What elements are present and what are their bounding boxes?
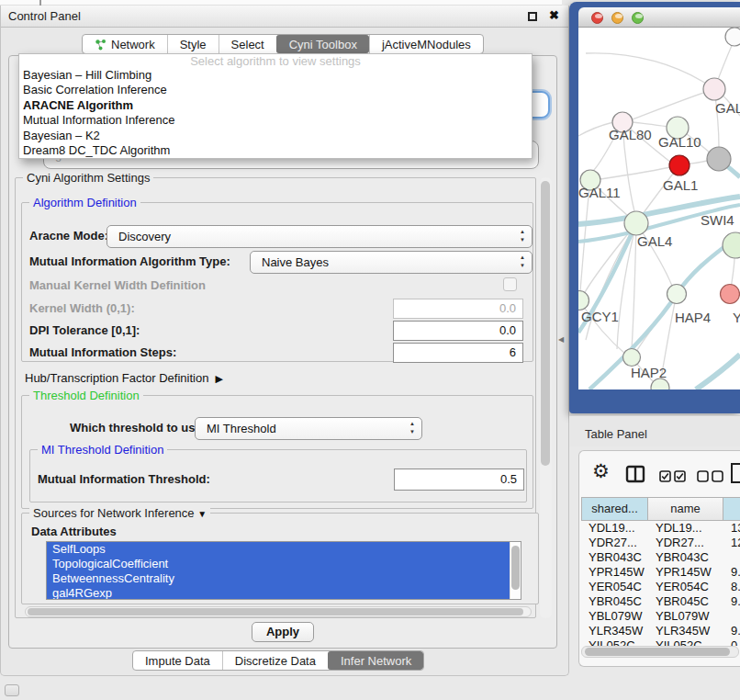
- which-threshold-combobox[interactable]: MI Threshold ▲▼: [195, 417, 422, 440]
- table-cell: 0.: [723, 638, 740, 646]
- tab-style[interactable]: Style: [167, 35, 219, 53]
- table-row[interactable]: YPR145WYPR145W9.: [581, 565, 740, 580]
- tab-jactivemnodules[interactable]: jActiveMNodules: [369, 35, 483, 53]
- table-cell: YLR345W: [581, 624, 648, 638]
- kernel-width-field[interactable]: 0.0: [393, 299, 523, 319]
- cyni-algorithm-settings-title: Cyni Algorithm Settings: [23, 171, 153, 185]
- algorithm-option[interactable]: Bayesian – K2: [19, 129, 532, 143]
- document-icon[interactable]: [730, 462, 740, 484]
- apply-button[interactable]: Apply: [252, 622, 314, 642]
- table-row[interactable]: YLR345WYLR345W9.: [581, 624, 740, 638]
- network-node-gal4[interactable]: [624, 211, 648, 235]
- network-node-hap2[interactable]: [623, 349, 641, 367]
- algorithm-option[interactable]: ARACNE Algorithm: [19, 98, 532, 113]
- table-row[interactable]: YBR045CYBR045C9.: [581, 594, 740, 609]
- algorithm-option[interactable]: Basic Correlation Inference: [19, 83, 532, 97]
- scrollbar-thumb[interactable]: [511, 546, 520, 590]
- collapsed-arrow-icon[interactable]: ▶: [215, 373, 222, 384]
- table-row[interactable]: YDL19...YDL19...13: [581, 521, 740, 536]
- manual-kernel-width-checkbox[interactable]: [503, 277, 517, 291]
- scrollbar-thumb[interactable]: [541, 181, 550, 466]
- column-header[interactable]: name: [648, 497, 723, 521]
- attribute-item[interactable]: gal4RGexp: [47, 586, 510, 600]
- network-node-hap4[interactable]: [667, 285, 687, 304]
- network-node[interactable]: [725, 28, 740, 46]
- table-cell: YPR145W: [648, 565, 723, 580]
- table-horizontal-scrollbar[interactable]: [581, 646, 739, 658]
- table-row[interactable]: YBL079WYBL079W: [581, 609, 740, 624]
- table-row[interactable]: YBR043CYBR043C: [581, 550, 740, 565]
- scrollbar-thumb[interactable]: [585, 648, 730, 656]
- unchecked-checkbox-icon[interactable]: [712, 470, 723, 482]
- checked-checkbox-icon[interactable]: [659, 470, 671, 482]
- table-panel-title: Table Panel: [585, 427, 647, 441]
- table-cell: YDR27...: [581, 536, 648, 550]
- hub-definition-toggle[interactable]: Hub/Transcription Factor Definition▶: [25, 371, 223, 385]
- close-icon[interactable]: ✖: [549, 8, 559, 22]
- table-cell: YBR043C: [648, 550, 723, 565]
- unchecked-checkbox-icon[interactable]: [697, 470, 709, 482]
- table-cell: YLR345W: [648, 624, 723, 638]
- tab-label: Style: [180, 38, 207, 51]
- mi-algorithm-type-combobox[interactable]: Naive Bayes ▲▼: [250, 251, 533, 274]
- tab-select[interactable]: Select: [219, 35, 276, 53]
- attribute-item[interactable]: TopologicalCoefficient: [47, 557, 510, 571]
- close-traffic-light[interactable]: [591, 12, 603, 24]
- tab-label: Discretize Data: [235, 654, 316, 668]
- algorithm-option[interactable]: Bayesian – Hill Climbing: [19, 68, 532, 83]
- tab-network[interactable]: Network: [83, 35, 167, 53]
- network-edge[interactable]: [586, 53, 714, 89]
- zoom-traffic-light[interactable]: [632, 12, 644, 24]
- table-cell: YER054C: [581, 580, 648, 594]
- split-pane-handle-icon[interactable]: ◀: [558, 335, 564, 344]
- table-row[interactable]: YIL052CYIL052C0.: [581, 638, 740, 646]
- settings-vertical-scrollbar[interactable]: [540, 177, 552, 618]
- algorithm-option[interactable]: Mutual Information Inference: [19, 113, 532, 128]
- tab-label: jActiveMNodules: [382, 38, 471, 51]
- float-window-icon[interactable]: [528, 12, 537, 21]
- checked-checkbox-icon[interactable]: [674, 470, 686, 482]
- table-row[interactable]: YER054CYER054C8.: [581, 580, 740, 594]
- dpi-tolerance-field[interactable]: 0.0: [393, 321, 523, 341]
- table-row[interactable]: YDR27...YDR27...12: [581, 536, 740, 550]
- scrollbar-thumb[interactable]: [28, 608, 523, 615]
- tab-cyni-toolbox[interactable]: Cyni Toolbox: [276, 35, 369, 53]
- column-header[interactable]: shared...: [581, 497, 648, 521]
- mi-threshold-field[interactable]: 0.5: [394, 469, 524, 491]
- tab-discretize-data[interactable]: Discretize Data: [222, 651, 328, 670]
- cyni-algorithm-settings-group: Cyni Algorithm Settings Algorithm Defini…: [15, 177, 536, 618]
- network-edge[interactable]: [696, 355, 740, 390]
- tab-infer-network[interactable]: Infer Network: [328, 651, 423, 670]
- mi-steps-field[interactable]: 6: [393, 343, 523, 363]
- minimize-traffic-light[interactable]: [611, 12, 623, 24]
- split-columns-icon[interactable]: [625, 465, 645, 483]
- node-label: GAL11: [578, 185, 621, 200]
- attribute-list-scrollbar[interactable]: [510, 542, 521, 599]
- collapsed-panel-button[interactable]: [5, 684, 19, 696]
- table-cell: [723, 609, 740, 624]
- node-label: HAP4: [675, 310, 711, 325]
- network-node-gcy1[interactable]: [578, 291, 589, 310]
- column-header[interactable]: A: [723, 497, 740, 521]
- network-graph[interactable]: GALGAL80GAL10GAL1GAL11SWI4GAL4GCY1HAP4YH…: [578, 28, 740, 390]
- attribute-item[interactable]: SelfLoops: [47, 542, 510, 557]
- table-cell: YBL079W: [648, 609, 723, 624]
- network-node-gal1[interactable]: [669, 155, 690, 175]
- algorithm-option[interactable]: Dream8 DC_TDC Algorithm: [19, 143, 532, 158]
- data-attributes-list[interactable]: SelfLoopsTopologicalCoefficientBetweenne…: [46, 541, 521, 600]
- network-canvas[interactable]: GALGAL80GAL10GAL1GAL11SWI4GAL4GCY1HAP4YH…: [578, 28, 740, 390]
- aracne-mode-combobox[interactable]: Discovery ▲▼: [107, 225, 533, 248]
- settings-horizontal-scrollbar[interactable]: [25, 606, 532, 617]
- node-label: GAL4: [637, 233, 672, 249]
- cyni-toolbox-panel: galFiltered.sif default node Select algo…: [8, 55, 557, 649]
- network-node-y[interactable]: [721, 285, 740, 304]
- attribute-item[interactable]: BetweennessCentrality: [47, 571, 510, 586]
- network-edge[interactable]: [633, 89, 714, 119]
- expanded-arrow-icon[interactable]: ▼: [197, 509, 207, 519]
- node-label: Y: [733, 310, 740, 325]
- network-node[interactable]: [707, 147, 731, 171]
- network-node-swi4[interactable]: [723, 232, 740, 258]
- tab-impute-data[interactable]: Impute Data: [133, 651, 222, 670]
- gear-icon[interactable]: ⚙: [592, 460, 610, 482]
- network-node-gal[interactable]: [703, 78, 725, 100]
